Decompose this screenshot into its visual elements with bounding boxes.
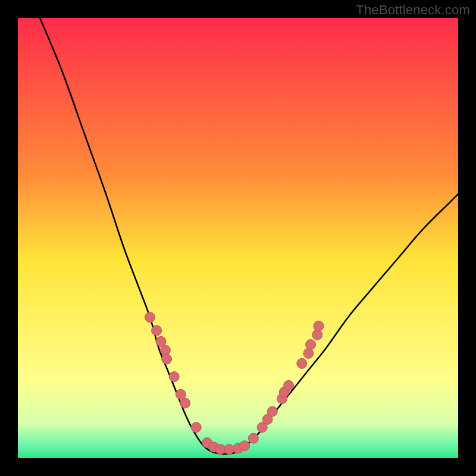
chart-stage: TheBottleneck.com — [0, 0, 476, 476]
bottleneck-curve-chart — [18, 18, 458, 458]
data-dot — [191, 422, 201, 433]
data-dot — [314, 321, 324, 331]
watermark-label: TheBottleneck.com — [356, 2, 470, 18]
data-dot — [312, 330, 322, 340]
data-dot — [306, 340, 316, 350]
data-dot — [145, 312, 155, 322]
data-dot — [180, 398, 190, 408]
plot-area — [18, 18, 458, 458]
data-dot — [284, 380, 294, 390]
data-dot — [152, 325, 162, 336]
data-dot — [248, 433, 258, 443]
data-dot — [240, 441, 250, 451]
data-dot — [162, 354, 172, 364]
data-dot — [160, 345, 170, 355]
data-dot — [169, 372, 179, 382]
data-dot — [303, 348, 314, 358]
data-dot — [297, 358, 307, 368]
data-dot — [267, 406, 277, 416]
gradient-background — [18, 18, 458, 458]
